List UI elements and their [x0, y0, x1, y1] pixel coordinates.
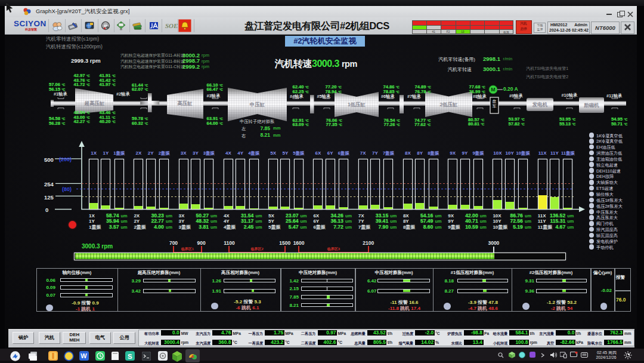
svg-text:W: W — [80, 352, 87, 359]
svg-text:S: S — [128, 352, 132, 359]
